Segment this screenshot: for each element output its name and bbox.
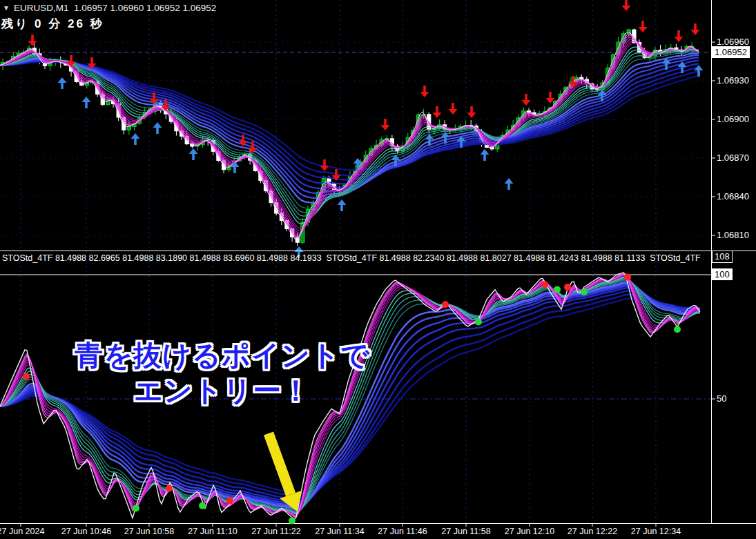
- reversal-dot-green: [199, 502, 206, 509]
- reversal-dot-red: [624, 274, 631, 281]
- time-tick-label: 27 Jun 2024: [0, 527, 44, 536]
- price-tick-label: 1.06810: [717, 230, 749, 241]
- sell-arrow-icon: [639, 21, 648, 32]
- price-tick-label: 1.06840: [717, 191, 749, 202]
- buy-arrow-icon: [153, 122, 162, 134]
- reversal-dot-green: [133, 504, 139, 511]
- candles: [1, 28, 693, 246]
- buy-arrow-icon: [338, 199, 347, 211]
- buy-arrow-icon: [131, 133, 140, 145]
- entry-annotation-line2: エントリー！: [50, 373, 395, 409]
- sell-arrow-icon: [420, 86, 429, 97]
- price-tick-label: 1.06960: [717, 37, 749, 48]
- current-price-box: 1.06952: [712, 46, 750, 58]
- sell-arrow-icon: [675, 30, 684, 42]
- time-tick-label: 27 Jun 10:46: [61, 527, 111, 536]
- time-tick-label: 27 Jun 12:34: [631, 527, 681, 536]
- buy-arrow-icon: [58, 77, 67, 89]
- buy-arrow-icon: [695, 65, 704, 77]
- reversal-dot-red: [541, 281, 548, 288]
- candle-countdown-timer: 残り 0 分 26 秒: [1, 16, 104, 32]
- indicator-values-row: STOStd_4TF 81.4988 82.6965 81.4988 83.18…: [2, 253, 709, 263]
- reversal-dot-red: [442, 301, 449, 308]
- buy-arrow-icon: [82, 97, 91, 108]
- time-tick-label: 27 Jun 11:22: [251, 527, 300, 536]
- time-tick-label: 27 Jun 12:22: [568, 527, 617, 536]
- sell-arrow-icon: [28, 35, 37, 46]
- sell-arrow-icon: [622, 0, 631, 11]
- entry-annotation: 青を抜けるポイントで エントリー！: [50, 338, 395, 409]
- reversal-dot-green: [674, 326, 681, 333]
- time-tick-label: 27 Jun 11:58: [441, 527, 490, 536]
- sell-arrow-icon: [467, 106, 476, 118]
- time-tick-label: 27 Jun 11:10: [188, 527, 237, 536]
- reversal-dot-green: [581, 288, 588, 295]
- entry-annotation-line1: 青を抜けるポイントで: [50, 338, 395, 373]
- sell-arrow-icon: [381, 119, 390, 130]
- sell-arrow-icon: [522, 94, 531, 106]
- time-tick-label: 27 Jun 11:34: [315, 527, 364, 536]
- time-tick-label: 27 Jun 11:46: [378, 527, 427, 536]
- reversal-dot-green: [289, 517, 295, 524]
- indicator-scale-max: 108: [712, 251, 733, 263]
- chart-header: ▼EURUSD,M1 1.06957 1.06960 1.06952 1.069…: [3, 3, 216, 13]
- reversal-dot-green: [475, 318, 482, 325]
- sell-arrow-icon: [433, 106, 442, 118]
- sell-arrow-icon: [449, 103, 458, 115]
- buy-arrow-icon: [481, 149, 490, 161]
- buy-arrow-icon: [189, 148, 198, 160]
- time-tick-label: 27 Jun 10:58: [124, 527, 174, 536]
- indicator-level-100-box: 100: [712, 268, 733, 280]
- ma-ribbon: [0, 32, 699, 240]
- price-tick-label: 1.06870: [717, 153, 749, 164]
- price-tick-label: 1.06900: [717, 114, 749, 125]
- price-tick-label: 1.06930: [717, 75, 749, 86]
- symbol-ohlc-text: EURUSD,M1 1.06957 1.06960 1.06952 1.0695…: [14, 3, 216, 13]
- time-tick-label: 27 Jun 12:10: [505, 527, 554, 536]
- reversal-dot-red: [226, 498, 233, 504]
- entry-arrow-annotation: [269, 433, 302, 511]
- reversal-dot-red: [23, 373, 30, 380]
- symbol-dropdown-icon[interactable]: ▼: [3, 4, 10, 12]
- reversal-dot-green: [554, 286, 561, 293]
- chart-canvas[interactable]: [0, 0, 756, 539]
- reversal-dot-red: [166, 485, 173, 492]
- indicator-level-50-label: 50: [717, 393, 726, 404]
- mt4-chart-window: ▼EURUSD,M1 1.06957 1.06960 1.06952 1.069…: [0, 0, 756, 539]
- sell-arrow-icon: [691, 23, 700, 35]
- buy-arrow-icon: [505, 178, 514, 190]
- reversal-dot-red: [564, 284, 571, 291]
